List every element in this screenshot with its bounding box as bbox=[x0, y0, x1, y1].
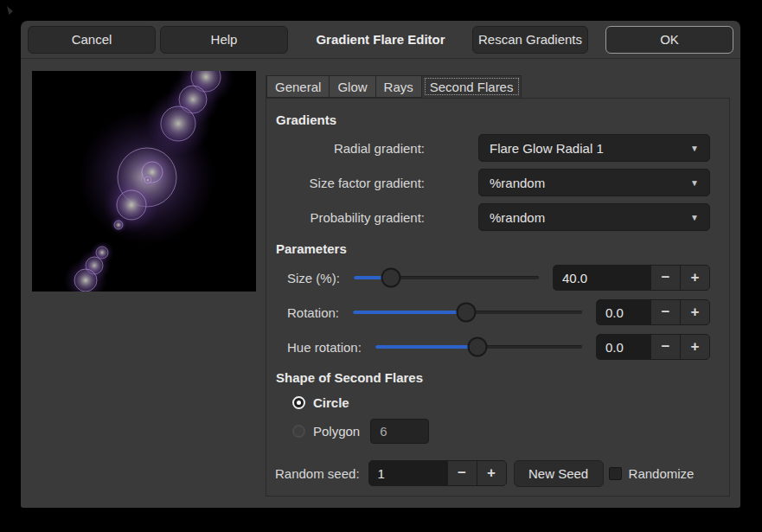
plus-icon[interactable]: + bbox=[477, 461, 506, 485]
hue-rotation-slider[interactable] bbox=[375, 334, 582, 360]
tab-glow[interactable]: Glow bbox=[330, 75, 375, 98]
new-seed-button[interactable]: New Seed bbox=[514, 460, 604, 487]
minus-icon[interactable]: − bbox=[650, 335, 680, 359]
shape-option-circle[interactable]: Circle bbox=[292, 394, 710, 411]
parameters-heading: Parameters bbox=[276, 241, 710, 256]
randomize-checkbox[interactable] bbox=[609, 467, 622, 480]
tab-second-flares[interactable]: Second Flares bbox=[422, 75, 522, 98]
probability-gradient-row: Probability gradient: %random ▼ bbox=[275, 203, 710, 231]
hue-rotation-spinbox: − + bbox=[596, 334, 710, 360]
plus-icon[interactable]: + bbox=[680, 335, 709, 359]
size-factor-gradient-label: Size factor gradient: bbox=[275, 176, 425, 190]
hue-rotation-label: Hue rotation: bbox=[287, 340, 362, 355]
size-row: Size (%): − + bbox=[275, 265, 710, 291]
chevron-down-icon: ▼ bbox=[690, 213, 699, 222]
slider-knob[interactable] bbox=[468, 337, 488, 357]
rotation-input[interactable] bbox=[597, 300, 650, 324]
chevron-down-icon: ▼ bbox=[690, 178, 699, 188]
polygon-label[interactable]: Polygon bbox=[313, 424, 360, 439]
tab-strip: General Glow Rays Second Flares bbox=[266, 75, 730, 98]
radio-dot-icon bbox=[297, 401, 301, 405]
polygon-sides-input[interactable] bbox=[370, 419, 429, 444]
slider-knob[interactable] bbox=[381, 268, 400, 288]
rotation-spinbox: − + bbox=[596, 299, 710, 325]
size-factor-gradient-select[interactable]: %random ▼ bbox=[478, 169, 710, 196]
probability-gradient-select[interactable]: %random ▼ bbox=[478, 203, 710, 231]
settings-notebook: General Glow Rays Second Flares Gradient… bbox=[266, 75, 730, 497]
probability-gradient-value: %random bbox=[490, 210, 545, 225]
slider-fill bbox=[375, 345, 477, 349]
random-seed-label: Random seed: bbox=[275, 466, 360, 481]
minus-icon[interactable]: − bbox=[650, 266, 680, 290]
slider-fill bbox=[353, 311, 466, 314]
circle-label[interactable]: Circle bbox=[313, 395, 349, 410]
dialog-header: Cancel Help Gradient Flare Editor Rescan… bbox=[21, 21, 740, 59]
radial-gradient-row: Radial gradient: Flare Glow Radial 1 ▼ bbox=[275, 134, 710, 162]
tab-general[interactable]: General bbox=[266, 75, 330, 98]
gradients-heading: Gradients bbox=[276, 112, 710, 127]
minus-icon[interactable]: − bbox=[447, 461, 477, 485]
size-factor-gradient-row: Size factor gradient: %random ▼ bbox=[275, 169, 710, 196]
minus-icon[interactable]: − bbox=[650, 300, 680, 324]
random-seed-input[interactable] bbox=[369, 461, 447, 485]
size-slider[interactable] bbox=[354, 265, 539, 291]
rotation-slider[interactable] bbox=[353, 299, 582, 325]
random-seed-spinbox: − + bbox=[368, 460, 507, 486]
rotation-label: Rotation: bbox=[287, 305, 339, 320]
gradient-flare-editor-dialog: Cancel Help Gradient Flare Editor Rescan… bbox=[21, 21, 740, 508]
hue-rotation-input[interactable] bbox=[597, 335, 650, 359]
rotation-row: Rotation: − + bbox=[275, 299, 710, 325]
radial-gradient-value: Flare Glow Radial 1 bbox=[490, 141, 604, 156]
size-label: Size (%): bbox=[287, 271, 340, 285]
size-input[interactable] bbox=[554, 266, 650, 290]
radio-circle[interactable] bbox=[292, 396, 305, 409]
size-spinbox: − + bbox=[553, 265, 710, 291]
rescan-gradients-button[interactable]: Rescan Gradients bbox=[472, 26, 588, 54]
random-seed-row: Random seed: − + New Seed Randomize bbox=[275, 459, 710, 487]
shape-heading: Shape of Second Flares bbox=[276, 370, 710, 385]
hue-rotation-row: Hue rotation: − + bbox=[275, 334, 710, 360]
radial-gradient-select[interactable]: Flare Glow Radial 1 ▼ bbox=[478, 134, 710, 162]
radio-polygon[interactable] bbox=[292, 425, 305, 438]
flare-preview bbox=[32, 71, 256, 292]
second-flares-panel: Gradients Radial gradient: Flare Glow Ra… bbox=[266, 98, 730, 497]
flare-preview-image bbox=[32, 71, 256, 292]
plus-icon[interactable]: + bbox=[680, 266, 709, 290]
randomize-label[interactable]: Randomize bbox=[629, 466, 695, 481]
slider-knob[interactable] bbox=[457, 303, 477, 323]
cursor-artifact bbox=[7, 6, 13, 15]
size-factor-gradient-value: %random bbox=[490, 176, 545, 190]
probability-gradient-label: Probability gradient: bbox=[275, 210, 425, 225]
shape-option-polygon[interactable]: Polygon bbox=[292, 418, 710, 444]
chevron-down-icon: ▼ bbox=[690, 144, 699, 153]
ok-button[interactable]: OK bbox=[605, 26, 733, 54]
cancel-button[interactable]: Cancel bbox=[28, 26, 156, 54]
plus-icon[interactable]: + bbox=[680, 300, 709, 324]
help-button[interactable]: Help bbox=[160, 26, 288, 54]
tab-rays[interactable]: Rays bbox=[376, 75, 422, 98]
radial-gradient-label: Radial gradient: bbox=[275, 141, 425, 156]
